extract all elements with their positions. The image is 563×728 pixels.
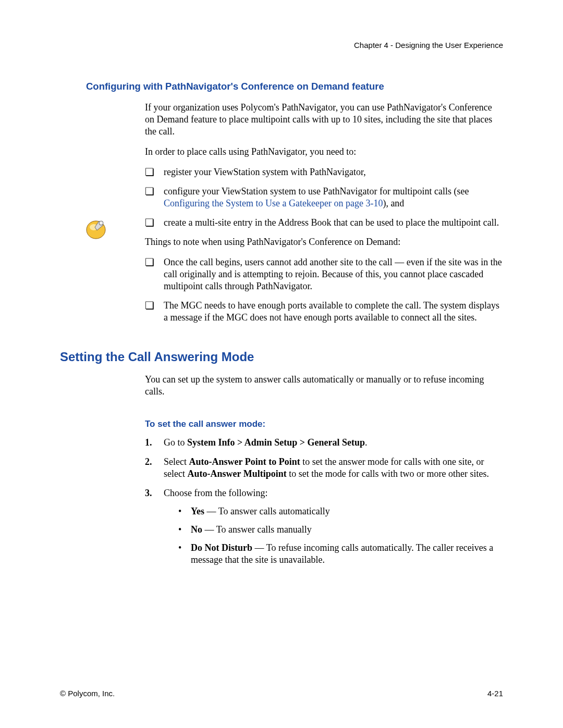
chapter-header: Chapter 4 - Designing the User Experienc… <box>60 41 503 50</box>
option-item: Yes — To answer calls automatically <box>175 505 503 517</box>
option-item: No — To answer calls manually <box>175 524 503 536</box>
checklist-item: create a multi-site entry in the Address… <box>145 217 503 229</box>
step-text-pre: Go to <box>164 437 187 448</box>
ui-path: System Info > Admin Setup > General Setu… <box>187 437 365 448</box>
step-number: 1. <box>145 437 152 449</box>
option-desc: — To answer calls manually <box>202 524 312 535</box>
checklist-notes: Once the call begins, users cannot add a… <box>145 256 503 324</box>
option-name: Do Not Disturb <box>191 542 252 553</box>
paragraph: In order to place calls using PathNaviga… <box>145 146 503 158</box>
step-text-post: . <box>365 437 368 448</box>
section-heading-answer-mode: Setting the Call Answering Mode <box>60 350 503 364</box>
section2-body: You can set up the system to answer call… <box>145 374 503 565</box>
paragraph: Things to note when using PathNavigator'… <box>145 236 503 248</box>
step-item: 1. Go to System Info > Admin Setup > Gen… <box>145 437 503 449</box>
section-heading-pathnav: Configuring with PathNavigator's Confere… <box>86 81 503 92</box>
pushpin-note-icon <box>83 216 108 243</box>
step-number: 2. <box>145 456 152 468</box>
checklist-item: configure your ViewStation system to use… <box>145 186 503 209</box>
cross-reference-link[interactable]: Configuring the System to Use a Gatekeep… <box>164 198 383 208</box>
ui-option: Auto-Answer Point to Point <box>189 456 300 467</box>
checklist-text-pre: configure your ViewStation system to use… <box>164 186 469 196</box>
ui-option: Auto-Answer Multipoint <box>187 468 286 479</box>
procedure-heading: To set the call answer mode: <box>145 419 503 429</box>
step-number: 3. <box>145 487 152 499</box>
step-item: 2. Select Auto-Answer Point to Point to … <box>145 456 503 480</box>
option-item: Do Not Disturb — To refuse incoming call… <box>175 542 503 566</box>
checklist-text: The MGC needs to have enough ports avail… <box>164 300 499 323</box>
checklist-text: Once the call begins, users cannot add a… <box>164 257 502 291</box>
checklist-item: Once the call begins, users cannot add a… <box>145 256 503 292</box>
footer-page-number: 4-21 <box>487 689 503 698</box>
checklist-item: register your ViewStation system with Pa… <box>145 166 503 178</box>
footer-copyright: © Polycom, Inc. <box>60 689 115 698</box>
checklist-text: register your ViewStation system with Pa… <box>164 167 366 177</box>
paragraph: If your organization uses Polycom's Path… <box>145 102 503 138</box>
section1-body: If your organization uses Polycom's Path… <box>145 102 503 324</box>
svg-point-2 <box>99 221 103 225</box>
page: Chapter 4 - Designing the User Experienc… <box>0 0 563 728</box>
step-item: 3. Choose from the following: Yes — To a… <box>145 487 503 566</box>
option-desc: — To answer calls automatically <box>204 506 330 516</box>
option-list: Yes — To answer calls automatically No —… <box>175 505 503 566</box>
content-area: Configuring with PathNavigator's Confere… <box>86 81 503 566</box>
checklist-text-post: ), and <box>383 198 404 208</box>
numbered-steps: 1. Go to System Info > Admin Setup > Gen… <box>145 437 503 566</box>
step-text-post: to set the mode for calls with two or mo… <box>287 468 489 479</box>
checklist-requirements: register your ViewStation system with Pa… <box>145 166 503 229</box>
option-name: Yes <box>191 506 204 516</box>
step-text: Choose from the following: <box>164 488 267 498</box>
checklist-text: create a multi-site entry in the Address… <box>164 217 499 228</box>
checklist-item: The MGC needs to have enough ports avail… <box>145 300 503 324</box>
page-footer: © Polycom, Inc. 4-21 <box>60 689 503 698</box>
option-name: No <box>191 524 202 535</box>
paragraph: You can set up the system to answer call… <box>145 374 503 398</box>
step-text-pre: Select <box>164 456 189 467</box>
